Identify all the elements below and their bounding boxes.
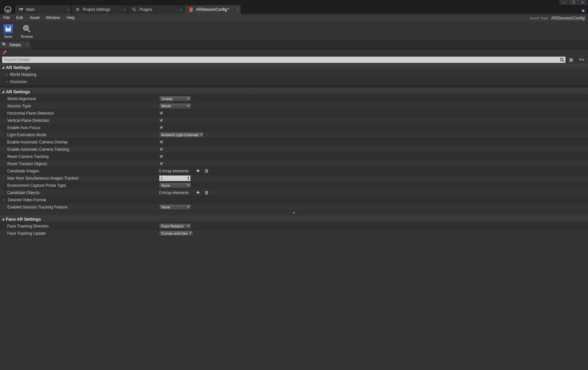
tab-arsessionconfig[interactable]: 📕 ARSessionConfig* × — [185, 5, 241, 14]
asset-type-value: ARSessionConfig — [551, 15, 585, 20]
array-add-button[interactable]: ✚ — [195, 168, 200, 174]
svg-rect-2 — [7, 26, 10, 28]
chevron-down-icon: ▼ — [293, 211, 295, 215]
session-tracking-feature-dropdown[interactable]: None — [159, 204, 191, 210]
tab-main[interactable]: 🗺 Main × — [15, 5, 71, 14]
search-icon[interactable] — [559, 57, 565, 63]
camera-tracking-checkbox[interactable] — [159, 147, 164, 152]
save-button[interactable]: Save — [3, 24, 13, 38]
tab-close-icon[interactable]: × — [124, 8, 126, 11]
reset-tracked-objects-checkbox[interactable] — [159, 162, 164, 166]
property-label: Session Type — [7, 104, 31, 108]
tab-plugins[interactable]: 🔌 Plugins × — [128, 5, 184, 14]
light-estimation-dropdown[interactable]: Ambient Light Estimate — [159, 132, 204, 138]
subcategory-occlusion[interactable]: ▷ Occlusion — [0, 78, 588, 85]
camera-overlay-checkbox[interactable] — [159, 140, 164, 144]
tab-close-icon[interactable]: × — [180, 8, 182, 11]
unreal-logo-icon — [1, 5, 14, 14]
prop-candidate-objects: Candidate Objects 0 Array elements ✚ 🗑 — [0, 189, 588, 196]
tab-project-settings[interactable]: ⚙ Project Settings × — [72, 5, 128, 14]
source-control-icon[interactable]: ⚑ — [578, 9, 588, 14]
array-add-button[interactable]: ✚ — [195, 190, 200, 195]
expand-icon: ◢ — [2, 66, 6, 69]
level-icon: 🗺 — [18, 7, 24, 12]
search-details-input[interactable] — [2, 56, 566, 63]
prop-max-num-simultaneous-images-tracked: Max Num Simultaneous Images Tracked 1 ▲▼ — [0, 175, 588, 182]
save-label: Save — [4, 34, 12, 38]
svg-point-6 — [25, 27, 27, 29]
property-label: Reset Camera Tracking — [7, 154, 49, 159]
view-options-button[interactable]: 👁▾ — [577, 56, 586, 63]
details-panel: ◢ AR Settings ▷ World Mapping ▷ Occlusio… — [0, 64, 588, 370]
pin-row: 📌 — [0, 49, 588, 56]
editor-tab-strip: 🗺 Main × ⚙ Project Settings × 🔌 Plugins … — [0, 5, 588, 14]
property-label: Candidate Objects — [7, 190, 40, 195]
max-images-spinbox[interactable]: 1 ▲▼ — [159, 175, 191, 181]
menu-help[interactable]: Help — [67, 15, 75, 20]
category-header-ar-settings-2[interactable]: ◢ AR Settings — [0, 88, 588, 95]
prop-desired-video-format[interactable]: ▷Desired Video Format — [0, 196, 588, 204]
eye-icon: 👁▾ — [578, 57, 584, 62]
array-clear-button[interactable]: 🗑 — [204, 168, 209, 174]
details-icon: 🔍 — [2, 42, 7, 48]
horizontal-plane-checkbox[interactable] — [159, 111, 164, 116]
menu-bar: File Edit Asset Window Help Asset Type: … — [0, 14, 588, 22]
category-header-face-ar[interactable]: ◢ Face AR Settings — [0, 215, 588, 223]
property-label: World Alignment — [7, 97, 36, 101]
grid-icon: ▦ — [569, 57, 573, 62]
prop-vertical-plane-detection: Vertical Plane Detection — [0, 117, 588, 124]
prop-world-alignment: World Alignment Gravity — [0, 95, 588, 102]
details-tab[interactable]: 🔍 Details ▾ — [0, 41, 31, 49]
svg-point-7 — [560, 58, 563, 61]
menu-edit[interactable]: Edit — [16, 15, 23, 20]
tab-close-icon[interactable]: × — [237, 8, 239, 11]
menu-window[interactable]: Window — [46, 15, 60, 20]
window-close-button[interactable]: ✕ — [578, 0, 587, 5]
details-search-row: ▦ 👁▾ — [0, 56, 588, 64]
reset-camera-checkbox[interactable] — [159, 154, 164, 159]
expand-icon: ▷ — [6, 73, 10, 76]
category-title: AR Settings — [6, 65, 30, 70]
expand-icon: ▷ — [6, 80, 10, 83]
prop-enable-auto-focus: Enable Auto Focus — [0, 124, 588, 131]
array-clear-button[interactable]: 🗑 — [204, 190, 209, 195]
vertical-plane-checkbox[interactable] — [159, 118, 164, 123]
property-label: Desired Video Format — [8, 198, 46, 202]
prop-environment-capture-probe-type: Environment Capture Probe Type None — [0, 182, 588, 189]
window-minimize-button[interactable]: — — [560, 0, 568, 5]
auto-focus-checkbox[interactable] — [159, 125, 164, 130]
env-probe-dropdown[interactable]: None — [159, 183, 191, 188]
subcategory-world-mapping[interactable]: ▷ World Mapping — [0, 71, 588, 78]
property-label: Light Estimation Mode — [7, 133, 46, 137]
menu-asset[interactable]: Asset — [30, 15, 39, 20]
browse-button[interactable]: Browse — [21, 24, 33, 38]
plug-icon: 🔌 — [131, 7, 137, 12]
save-icon — [3, 24, 13, 34]
expand-icon: ▷ — [3, 198, 7, 201]
property-label: Enable Auto Focus — [7, 125, 40, 130]
world-alignment-dropdown[interactable]: Gravity — [159, 96, 191, 102]
category-header-ar-settings[interactable]: ◢ AR Settings — [0, 64, 588, 71]
svg-rect-3 — [7, 29, 10, 32]
prop-face-tracking-direction: Face Tracking Direction Face Relative — [0, 223, 588, 230]
subcategory-label: World Mapping — [10, 72, 36, 77]
property-label: Candidate Images — [7, 169, 39, 173]
tab-close-icon[interactable]: × — [67, 8, 69, 11]
menu-file[interactable]: File — [3, 15, 10, 20]
advanced-expander[interactable]: ▼ — [0, 211, 588, 215]
plus-icon: ✚ — [196, 168, 200, 173]
category-face-ar-settings: ◢ Face AR Settings Face Tracking Directi… — [0, 215, 588, 237]
face-tracking-direction-dropdown[interactable]: Face Relative — [159, 223, 191, 229]
tab-menu-icon[interactable]: ▾ — [26, 43, 28, 47]
prop-reset-camera-tracking: Reset Camera Tracking — [0, 153, 588, 160]
category-title: AR Settings — [6, 89, 30, 94]
property-matrix-button[interactable]: ▦ — [567, 56, 575, 63]
prop-session-type: Session Type World — [0, 102, 588, 110]
asset-icon: 📕 — [188, 7, 193, 12]
pin-icon[interactable]: 📌 — [2, 50, 7, 55]
face-tracking-update-dropdown[interactable]: Curves and Geo — [159, 230, 193, 236]
window-maximize-button[interactable]: ❐ — [569, 0, 577, 5]
session-type-dropdown[interactable]: World — [159, 103, 191, 109]
array-count-text: 0 Array elements — [159, 190, 192, 195]
tab-label: ARSessionConfig — [196, 7, 227, 12]
